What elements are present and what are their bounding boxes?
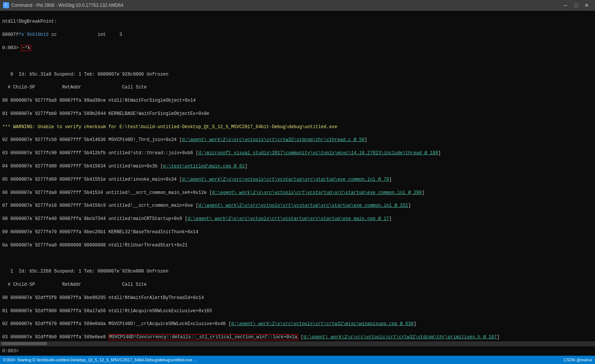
minimize-button[interactable]: ─ <box>560 0 571 11</box>
close-button[interactable]: ✕ <box>581 0 592 11</box>
maximize-button[interactable]: □ <box>571 0 581 11</box>
prompt-label: 0:003> <box>2 349 19 354</box>
scrollbar-thumb[interactable] <box>2 342 47 345</box>
input-row: 0:003> <box>0 346 595 356</box>
status-bar: 0:003> Starting E:\test\build-untitled-D… <box>0 356 595 364</box>
title-text: Command - Pid 2908 - WinDbg:10.0.17763.1… <box>11 3 560 8</box>
horizontal-scrollbar[interactable] <box>0 341 595 346</box>
command-input[interactable] <box>20 349 593 354</box>
window-controls[interactable]: ─ □ ✕ <box>560 0 592 11</box>
main-container: ntdll!DbgBreakPoint: 00007ffe`9b610b10 c… <box>0 11 595 364</box>
status-right: CSDN @mahui <box>564 358 592 362</box>
output-area[interactable]: ntdll!DbgBreakPoint: 00007ffe`9b610b10 c… <box>0 11 595 341</box>
status-left: 0:003> Starting E:\test\build-untitled-D… <box>3 358 197 362</box>
title-bar: C Command - Pid 2908 - WinDbg:10.0.17763… <box>0 0 595 11</box>
app-icon: C <box>3 2 9 8</box>
